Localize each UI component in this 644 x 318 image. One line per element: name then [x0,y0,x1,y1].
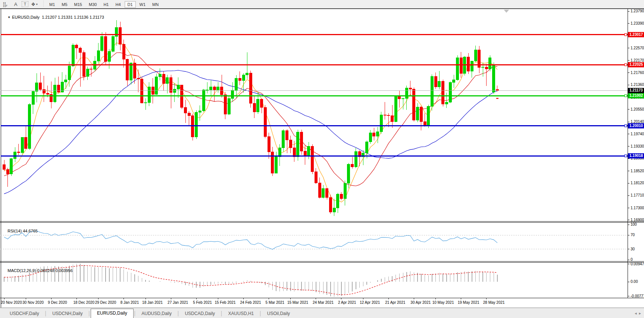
rsi-indicator-label: RSI(14) 44.6765 [3,224,38,238]
candle-body-bull [21,138,24,153]
candle-body-bear [304,151,306,155]
candle-body-bull [148,87,150,102]
tab-usdcnh[interactable]: USDCNH,Daily [47,309,88,318]
candle-body-bull [130,63,132,80]
tab-separator: │ [177,309,180,318]
date-label: 24 Mar 2021 [313,300,334,305]
candle-body-bull [275,157,278,173]
date-label: 15 Mar 2021 [287,300,309,305]
candle-body-bear [434,76,437,87]
candle-body-bull [427,106,430,125]
candle-body-bull [369,133,372,142]
tab-separator: │ [220,309,223,318]
date-label: 9 Dec 2020 [48,300,67,305]
candle-body-bull [28,105,31,149]
rsi-line [4,231,497,250]
collapse-triangle-icon[interactable]: ▼ [7,16,10,19]
candle-body-bull [97,50,100,61]
date-label: 30 Nov 2020 [22,300,44,305]
hline-handle [625,155,627,157]
price-tick-label: 1.21360 [631,83,644,87]
candle-body-bull [402,99,404,99]
rsi-tick-label: 70 [631,233,635,237]
candle-body-bear [162,74,165,84]
candle-body-bull [173,89,176,93]
candle-body-bear [264,107,266,137]
candle-body-bear [75,45,78,48]
candle-body-bull [394,97,397,122]
date-label: 10 May 2021 [432,300,454,305]
candle-body-bear [126,59,129,80]
candle-body-bear [188,113,190,116]
tab-usdchf[interactable]: USDCHF,Daily [4,309,44,318]
hline-price-label: 1.19018 [629,154,643,158]
candle-body-bear [409,88,412,89]
candle-body-bull [235,78,238,90]
candle-body-bull [347,164,350,183]
candle-body-bull [445,102,448,104]
candle-body-bull [366,142,368,153]
candle-body-bear [413,89,415,120]
candle-body-bull [282,131,285,148]
candle-body-bear [170,78,172,93]
chart-shift-marker-icon[interactable] [504,10,509,13]
macd-values: 0.002248 0.003956 [37,268,73,273]
hline-handle [625,34,627,36]
candle-body-bear [260,99,263,107]
candle-body-bull [471,61,473,71]
candle-body-bear [300,132,303,151]
candle-body-bear [39,83,42,89]
macd-tick-label: 0.009478 [631,262,644,266]
candle-body-bull [10,158,13,174]
candle-body-bear [384,115,386,115]
tab-xauusd[interactable]: XAUUSD,H1 [223,309,259,318]
candle-body-bear [221,87,223,95]
candle-body-bear [122,44,125,59]
tab-scroll-right-icon[interactable]: ▸ [639,311,641,316]
tab-audusd[interactable]: AUDUSD,Daily [136,309,177,318]
tab-usoil[interactable]: USOil,Daily [262,309,295,318]
price-tick-label: 1.23790 [631,9,644,13]
candle-body-bull [380,115,382,132]
candle-body-bear [286,131,288,140]
date-label: 30 Apr 2021 [410,300,431,305]
macd-tick-label: 0.00 [631,280,638,284]
candle-body-bull [354,152,357,167]
macd-name: MACD(12,26,9) [7,268,36,273]
candle-body-bear [420,107,422,121]
candle-body-bear [315,172,317,183]
candle-body-bull [431,76,433,106]
candle-body-bear [442,81,444,104]
date-label: 21 Apr 2021 [385,300,405,305]
candle-body-bear [133,63,136,78]
candle-body-bull [217,87,219,90]
rsi-value: 44.6765 [23,229,38,233]
tab-scroll-left-icon[interactable]: ◂ [635,311,637,316]
candle-body-bull [68,66,71,80]
tab-usdcad[interactable]: USDCAD,Daily [179,309,220,318]
candle-body-bull [405,88,408,98]
candle-body-bear [289,140,292,148]
candle-body-bull [231,90,234,99]
tab-eurusd[interactable]: EURUSD,Daily [91,309,134,318]
candle-body-bear [460,58,462,73]
candle-body-bear [467,57,470,71]
candle-body-bull [474,50,477,61]
chart-ohlc-values: 1.21207 1.21331 1.21136 1.21173 [42,15,104,19]
candle-body-bear [238,78,241,80]
price-tick-label: 1.20550 [631,107,644,111]
candle-body-bear [253,104,256,112]
candle-body-bear [326,189,328,198]
price-tick-label: 1.17710 [631,193,644,197]
macd-signal-line [4,265,497,294]
price-tick-label: 1.17300 [631,206,644,210]
price-tick-label: 1.23390 [631,21,644,25]
chart-canvas[interactable]: 1.237901.233901.229801.225701.221701.217… [0,0,644,318]
price-tick-label: 1.22570 [631,46,644,50]
candle-body-bear [184,107,187,113]
candle-body-bull [108,52,110,62]
date-label: 5 Mar 2021 [266,300,285,305]
candle-body-bull [155,77,158,94]
price-tick-label: 1.18120 [631,181,644,185]
candle-body-bear [485,67,488,69]
